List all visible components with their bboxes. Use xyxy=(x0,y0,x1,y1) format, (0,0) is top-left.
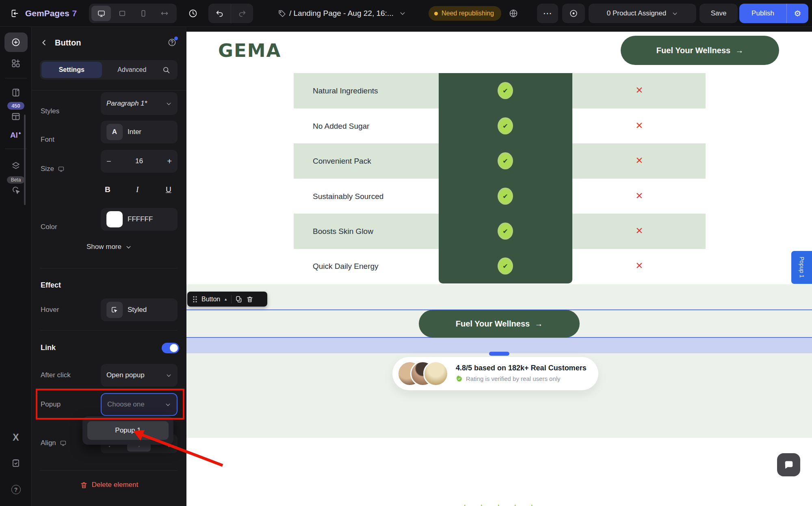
link-heading: Link xyxy=(41,344,56,352)
italic-button[interactable]: I xyxy=(136,185,139,194)
annotation-arrow xyxy=(122,422,236,471)
save-button[interactable]: Save xyxy=(699,4,738,23)
pages-button[interactable] xyxy=(0,88,32,97)
brand-logo[interactable]: GemPages7 xyxy=(25,0,77,27)
star-icon: ★ xyxy=(459,501,471,506)
back-button[interactable] xyxy=(40,38,49,47)
history-icon[interactable] xyxy=(188,9,198,18)
checklist-button[interactable] xyxy=(0,458,32,468)
header-cta-button[interactable]: Fuel Your Wellness → xyxy=(621,36,779,65)
tab-settings[interactable]: Settings xyxy=(41,62,102,78)
check-icon: ✔ xyxy=(499,154,511,168)
device-switcher xyxy=(89,4,177,23)
cross-icon: ✕ xyxy=(633,190,645,201)
topbar: GemPages7 / Landing Page - Aug 22, 16:..… xyxy=(0,0,812,27)
panel-help-icon[interactable] xyxy=(167,38,177,47)
templates-button[interactable] xyxy=(0,112,32,121)
color-picker[interactable]: FFFFFF xyxy=(101,208,178,231)
product-assigned-dropdown[interactable]: 0 Product Assigned xyxy=(589,4,696,23)
status-badge: Need republishing xyxy=(429,6,501,21)
x-social-button[interactable]: X xyxy=(0,432,32,443)
tag-icon xyxy=(278,9,286,18)
font-picker[interactable]: A Inter xyxy=(101,121,178,143)
selected-cta-button[interactable]: Fuel Your Wellness → xyxy=(419,310,580,337)
styles-label: Styles xyxy=(41,100,59,123)
spacing-drag-handle[interactable] xyxy=(489,352,509,356)
trash-icon[interactable] xyxy=(246,296,253,303)
duplicate-icon[interactable] xyxy=(235,296,243,303)
tab-advanced[interactable]: Advanced xyxy=(102,62,162,78)
rail-scrollbar-thumb[interactable] xyxy=(24,115,26,205)
after-click-dropdown[interactable]: Open popup xyxy=(101,364,178,387)
layers-icon xyxy=(11,161,21,171)
desktop-mini-icon xyxy=(60,440,67,447)
hover-cursor-icon xyxy=(106,302,123,318)
cursor-click-icon xyxy=(11,186,21,195)
preview-button[interactable] xyxy=(562,4,585,23)
color-label: Color xyxy=(41,216,57,238)
link-toggle[interactable] xyxy=(162,343,179,353)
help-button[interactable]: ? xyxy=(0,485,32,494)
search-icon[interactable] xyxy=(162,66,170,74)
hover-label: Hover xyxy=(41,298,59,321)
device-mobile-button[interactable] xyxy=(134,6,153,21)
size-value[interactable]: 16 xyxy=(135,157,143,165)
hover-style-button[interactable]: Styled xyxy=(101,298,178,321)
arrow-right-icon: → xyxy=(735,46,743,55)
publish-button[interactable]: Publish xyxy=(739,9,786,17)
collapse-triangle-icon[interactable]: ▲ xyxy=(224,297,227,301)
check-icon: ✔ xyxy=(499,189,511,203)
device-fullwidth-button[interactable] xyxy=(155,6,174,21)
toolbar-element-label: Button xyxy=(201,296,220,303)
sections-library-button[interactable] xyxy=(0,58,32,68)
drag-handle-icon[interactable] xyxy=(192,296,198,303)
publish-settings-gear-icon[interactable]: ⚙ xyxy=(787,9,808,18)
font-label: Font xyxy=(41,128,54,151)
size-stepper: − 16 + xyxy=(101,150,178,173)
delete-element-button[interactable]: Delete element xyxy=(32,481,186,489)
size-increase-button[interactable]: + xyxy=(167,157,172,166)
color-swatch[interactable] xyxy=(106,211,123,227)
brand-column xyxy=(439,73,572,283)
chat-bubble-icon xyxy=(783,459,795,471)
globe-icon[interactable] xyxy=(509,9,518,18)
undo-button[interactable] xyxy=(209,9,231,18)
element-toolbar: Button ▲ xyxy=(187,292,267,307)
verified-badge-icon xyxy=(456,375,463,382)
show-more-button[interactable]: Show more xyxy=(32,243,186,251)
star-icon: ★ xyxy=(526,501,538,506)
device-desktop-button[interactable] xyxy=(91,6,111,21)
device-tablet-button[interactable] xyxy=(113,6,132,21)
store-logo[interactable]: GEMA xyxy=(218,40,281,61)
after-click-label: After click xyxy=(41,364,71,387)
star-icon: ★ xyxy=(475,501,487,506)
chat-launcher-button[interactable] xyxy=(777,453,800,476)
blocks-grid-icon xyxy=(11,58,21,68)
preview-icon xyxy=(569,9,578,18)
cross-icon: ✕ xyxy=(633,120,645,131)
arrow-right-icon: → xyxy=(535,319,543,329)
cross-icon: ✕ xyxy=(633,155,645,166)
redo-button[interactable] xyxy=(231,9,253,18)
check-icon: ✔ xyxy=(499,224,511,238)
ai-assistant-button[interactable]: AI✦ xyxy=(0,131,32,140)
page-breadcrumb[interactable]: / Landing Page - Aug 22, 16:... xyxy=(289,0,406,27)
panel-title: Button xyxy=(55,38,81,48)
styles-dropdown[interactable]: Paragraph 1* xyxy=(101,92,178,115)
layers-button[interactable] xyxy=(0,161,32,171)
size-decrease-button[interactable]: − xyxy=(106,157,111,166)
star-icon: ★ xyxy=(492,501,505,506)
bold-button[interactable]: B xyxy=(105,185,110,194)
color-hex-value: FFFFFF xyxy=(128,215,153,223)
add-element-button[interactable] xyxy=(0,32,32,52)
popup-side-tab[interactable]: Popup 1 xyxy=(791,251,812,284)
size-label: Size xyxy=(41,158,65,180)
underline-button[interactable]: U xyxy=(166,185,171,194)
ellipsis-icon: ⋯ xyxy=(543,8,552,19)
avatar xyxy=(423,361,448,386)
interaction-tool-button[interactable] xyxy=(0,186,32,195)
more-options-button[interactable]: ⋯ xyxy=(537,4,558,23)
bottom-section-background xyxy=(186,438,812,506)
annotation-highlight-rectangle xyxy=(36,389,184,420)
exit-editor-icon[interactable] xyxy=(10,9,19,18)
